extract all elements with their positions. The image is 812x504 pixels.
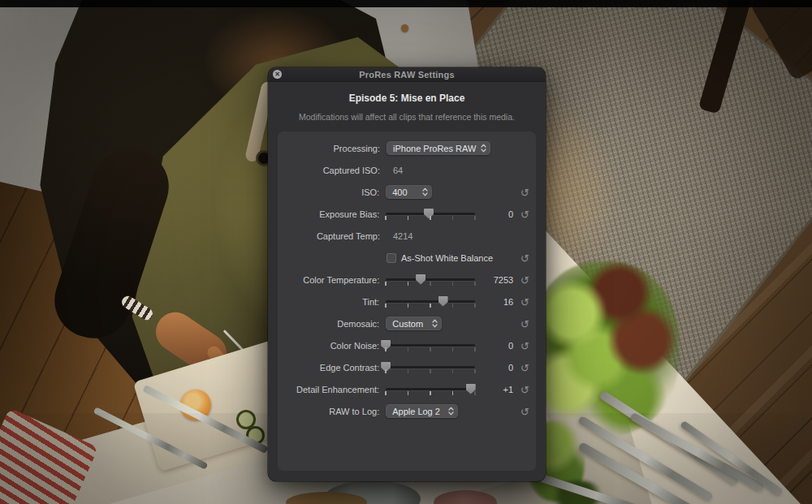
as-shot-white-balance-checkbox[interactable]	[387, 253, 396, 263]
episode-title: Episode 5: Mise en Place	[268, 93, 546, 104]
detail-enhancement-slider[interactable]	[386, 383, 475, 396]
chevron-updown-icon	[481, 144, 486, 153]
detail-enhancement-label: Detail Enhancement:	[281, 385, 386, 394]
reset-icon[interactable]: ↺	[520, 318, 529, 330]
slider-tick	[430, 347, 431, 351]
slider-tick	[452, 369, 454, 373]
cabinet-knob	[401, 24, 408, 32]
slider-tick	[385, 282, 387, 286]
slider-tick	[408, 304, 409, 308]
row-raw-to-log: RAW to Log: Apple Log 2 ↺	[281, 400, 533, 422]
slider-tick	[430, 369, 431, 373]
cucumber-slice	[239, 412, 253, 427]
slider-tick	[430, 304, 431, 308]
chevron-updown-icon	[432, 319, 438, 328]
slider-tick	[474, 304, 476, 308]
slider-tick	[385, 216, 387, 220]
slider-tick	[408, 391, 409, 395]
row-captured-temp: Captured Temp: 4214	[281, 225, 533, 247]
tint-label: Tint:	[281, 297, 386, 307]
color-temperature-label: Color Temperature:	[281, 275, 386, 285]
slider-thumb[interactable]	[424, 209, 434, 219]
reset-icon[interactable]: ↺	[520, 384, 529, 396]
slider-thumb[interactable]	[416, 274, 425, 285]
row-tint: Tint: 16 ↺	[281, 291, 533, 312]
color-temperature-slider[interactable]	[386, 274, 475, 286]
slider-tick	[452, 304, 454, 308]
edge-contrast-label: Edge Contrast:	[281, 363, 386, 373]
slider-track	[386, 300, 475, 303]
reset-icon[interactable]: ↺	[520, 187, 529, 199]
slider-tick	[452, 216, 454, 220]
row-edge-contrast: Edge Contrast: 0 ↺	[281, 356, 533, 378]
tint-value: 16	[476, 297, 513, 307]
row-color-temperature: Color Temperature: 7253 ↺	[281, 269, 533, 291]
reset-icon[interactable]: ↺	[520, 209, 529, 221]
slider-tick	[430, 216, 431, 220]
as-shot-white-balance-label: As-Shot White Balance	[401, 253, 493, 263]
reset-icon[interactable]: ↺	[520, 340, 529, 352]
exposure-bias-slider[interactable]	[386, 208, 475, 221]
captured-temp-label: Captured Temp:	[281, 231, 387, 241]
reset-icon[interactable]: ↺	[520, 296, 529, 308]
color-temperature-value: 7253	[476, 275, 513, 285]
dialog-titlebar[interactable]: ✕ ProRes RAW Settings	[268, 67, 546, 82]
color-noise-label: Color Noise:	[281, 341, 386, 351]
edge-contrast-slider[interactable]	[386, 361, 475, 374]
raw-to-log-value: Apple Log 2	[392, 407, 440, 416]
dialog-title: ProRes RAW Settings	[359, 70, 455, 80]
settings-panel: Processing: iPhone ProRes RAW Captured I…	[278, 131, 536, 471]
slider-track	[386, 344, 475, 347]
slider-track	[386, 388, 475, 390]
captured-iso-value: 64	[387, 166, 403, 175]
chevron-updown-icon	[448, 407, 454, 416]
slider-tick	[385, 369, 387, 373]
lettuce-bowl	[529, 261, 680, 436]
slider-thumb[interactable]	[438, 296, 448, 307]
captured-temp-value: 4214	[387, 231, 412, 241]
processing-label: Processing:	[281, 144, 387, 153]
color-noise-slider[interactable]	[386, 339, 475, 352]
demosaic-dropdown[interactable]: Custom	[386, 317, 442, 330]
exposure-bias-label: Exposure Bias:	[281, 209, 386, 219]
row-demosaic: Demosaic: Custom ↺	[281, 312, 533, 334]
processing-value: iPhone ProRes RAW	[393, 144, 476, 153]
close-icon[interactable]: ✕	[273, 70, 282, 79]
exposure-bias-value: 0	[476, 209, 513, 219]
edge-contrast-value: 0	[476, 363, 513, 373]
slider-track	[386, 278, 475, 281]
slider-tick	[408, 347, 409, 351]
slider-tick	[430, 282, 431, 286]
slider-tick	[430, 391, 431, 395]
raw-to-log-label: RAW to Log:	[281, 407, 386, 416]
slider-tick	[474, 282, 476, 286]
iso-dropdown[interactable]: 400	[386, 185, 432, 199]
demosaic-value: Custom	[392, 319, 423, 329]
row-processing: Processing: iPhone ProRes RAW	[281, 137, 533, 159]
reset-icon[interactable]: ↺	[520, 406, 529, 418]
slider-tick	[474, 347, 476, 351]
slider-tick	[474, 391, 476, 395]
row-color-noise: Color Noise: 0 ↺	[281, 334, 533, 356]
color-noise-value: 0	[476, 341, 513, 351]
reset-icon[interactable]: ↺	[520, 274, 529, 286]
reset-icon[interactable]: ↺	[520, 252, 529, 265]
slider-tick	[408, 282, 409, 286]
processing-dropdown[interactable]: iPhone ProRes RAW	[387, 141, 490, 155]
row-detail-enhancement: Detail Enhancement: +1 ↺	[281, 378, 533, 400]
iso-label: ISO:	[281, 187, 386, 197]
slider-tick	[385, 304, 387, 308]
chevron-updown-icon	[422, 187, 428, 196]
slider-tick	[385, 391, 387, 395]
row-captured-iso: Captured ISO: 64	[281, 159, 533, 181]
modifications-note: Modifications will affect all clips that…	[268, 112, 546, 122]
reset-icon[interactable]: ↺	[520, 362, 529, 374]
raw-to-log-dropdown[interactable]: Apple Log 2	[386, 404, 458, 418]
slider-tick	[474, 369, 476, 373]
slider-tick	[408, 216, 409, 220]
slider-tick	[452, 347, 454, 351]
slider-tick	[385, 347, 387, 351]
row-exposure-bias: Exposure Bias: 0 ↺	[281, 203, 533, 225]
tint-slider[interactable]	[386, 295, 475, 308]
detail-enhancement-value: +1	[476, 385, 513, 394]
